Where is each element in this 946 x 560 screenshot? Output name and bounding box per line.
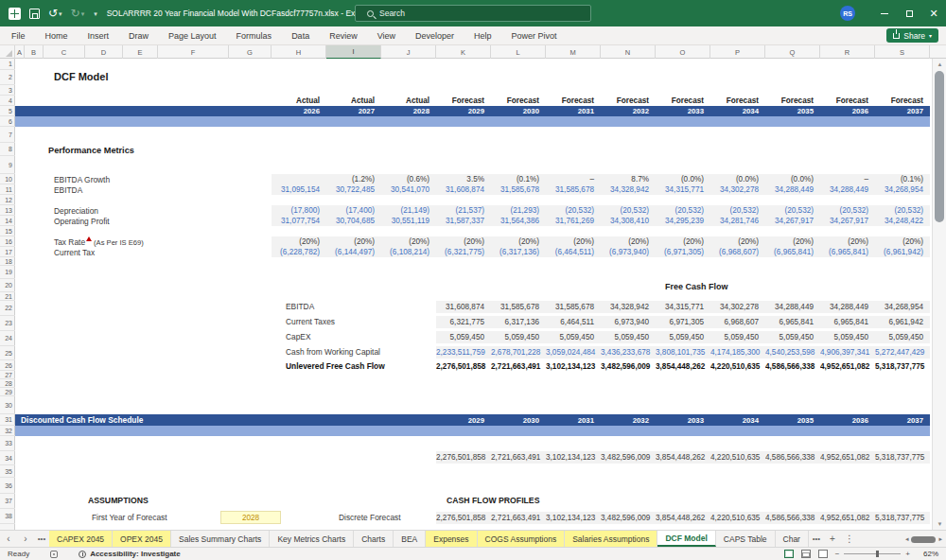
sheet-tab[interactable]: COGS Assumptions: [478, 531, 566, 547]
period-type-cell[interactable]: Forecast: [491, 96, 546, 105]
ribbon-tab[interactable]: Insert: [88, 31, 110, 41]
more-sheets-left-icon[interactable]: •••: [34, 531, 49, 547]
ribbon-tab[interactable]: Draw: [129, 31, 149, 41]
column-header[interactable]: Q: [765, 45, 820, 59]
data-cell[interactable]: (6,228,782): [272, 248, 326, 256]
data-cell[interactable]: (20%): [875, 237, 930, 246]
data-cell[interactable]: (6,968,607): [710, 248, 765, 256]
data-cell[interactable]: 34,302,278: [710, 185, 765, 194]
scroll-left-icon[interactable]: ◂: [905, 535, 909, 543]
column-header[interactable]: H: [272, 45, 326, 59]
data-cell[interactable]: 31,761,269: [546, 217, 601, 225]
year-cell[interactable]: 2028: [381, 107, 436, 115]
data-cell[interactable]: 3.5%: [436, 175, 491, 184]
column-header[interactable]: C: [44, 45, 85, 59]
data-cell[interactable]: 4,586,566,338: [765, 362, 820, 371]
data-cell[interactable]: 34,288,449: [820, 185, 875, 194]
data-cell[interactable]: 4,586,566,338: [765, 453, 820, 462]
ribbon-tab[interactable]: Help: [474, 31, 492, 41]
data-cell[interactable]: –: [546, 175, 601, 184]
row-header[interactable]: 12: [0, 195, 15, 205]
data-cell[interactable]: 5,318,737,775: [875, 362, 930, 371]
page-layout-view-icon[interactable]: [801, 550, 811, 558]
data-cell[interactable]: 30,551,119: [381, 217, 436, 225]
row-label[interactable]: Depreciation: [15, 206, 272, 216]
data-cell[interactable]: 34,267,917: [765, 217, 820, 225]
zoom-slider-handle[interactable]: [876, 551, 879, 557]
ribbon-tab[interactable]: Review: [329, 31, 358, 41]
data-cell[interactable]: 4,220,510,635: [710, 453, 765, 462]
year-cell[interactable]: 2033: [656, 416, 710, 425]
data-cell[interactable]: 34,315,771: [656, 185, 710, 194]
row-header[interactable]: 35: [0, 465, 15, 478]
data-cell[interactable]: 34,328,942: [601, 303, 656, 311]
free-cash-flow-heading[interactable]: Free Cash Flow: [665, 282, 728, 291]
horizontal-scrollbar[interactable]: ◂ ▸: [905, 533, 942, 546]
column-header[interactable]: J: [381, 45, 436, 59]
data-cell[interactable]: (6,321,775): [436, 248, 491, 256]
data-cell[interactable]: 2,721,663,491: [491, 362, 546, 371]
year-cell[interactable]: 2027: [326, 107, 381, 115]
data-cell[interactable]: (1.2%): [326, 175, 381, 184]
data-cell[interactable]: 6,317,136: [491, 318, 546, 326]
period-type-cell[interactable]: Forecast: [820, 96, 875, 105]
data-cell[interactable]: 2,276,501,858: [436, 362, 491, 371]
row-header[interactable]: 31: [0, 414, 15, 426]
row-header[interactable]: 26: [0, 360, 15, 371]
row-header[interactable]: 20: [0, 279, 15, 292]
period-type-cell[interactable]: Actual: [381, 96, 436, 105]
year-cell[interactable]: 2035: [765, 416, 820, 425]
period-type-cell[interactable]: Actual: [272, 96, 326, 105]
cash-flow-profiles-heading[interactable]: CASH FLOW PROFILES: [447, 496, 539, 505]
data-cell[interactable]: 3,854,448,262: [656, 362, 710, 371]
dcf-schedule-heading[interactable]: Discounted Cash Flow Schedule: [21, 414, 143, 426]
period-type-cell[interactable]: Actual: [326, 96, 381, 105]
data-cell[interactable]: 5,059,450: [875, 333, 930, 341]
qat-customize-icon[interactable]: ▾: [93, 10, 97, 17]
column-header[interactable]: N: [601, 45, 656, 59]
period-type-cell[interactable]: Forecast: [601, 96, 656, 105]
column-header[interactable]: M: [546, 45, 601, 59]
data-cell[interactable]: 5,059,450: [820, 333, 875, 341]
data-cell[interactable]: 3,482,596,009: [601, 453, 656, 462]
data-cell[interactable]: 30,704,685: [326, 217, 381, 225]
row-header[interactable]: 38: [0, 509, 15, 524]
year-cell[interactable]: 2030: [491, 107, 546, 115]
data-cell[interactable]: 6,968,607: [710, 318, 765, 326]
period-type-cell[interactable]: Forecast: [765, 96, 820, 105]
data-cell[interactable]: 31,585,678: [491, 303, 546, 311]
data-cell[interactable]: (6,973,940): [601, 248, 656, 256]
data-cell[interactable]: 34,308,410: [601, 217, 656, 225]
data-cell[interactable]: 6,464,511: [546, 318, 601, 326]
data-cell[interactable]: (6,965,841): [765, 248, 820, 256]
column-header[interactable]: L: [491, 45, 546, 59]
data-cell[interactable]: 2,721,663,491: [491, 453, 546, 462]
column-header[interactable]: A: [15, 45, 25, 59]
scroll-right-icon[interactable]: ▸: [938, 535, 942, 543]
data-cell[interactable]: 3,482,596,009: [601, 514, 656, 522]
assumptions-heading[interactable]: ASSUMPTIONS: [88, 496, 149, 505]
row-header[interactable]: 6: [0, 116, 15, 127]
ribbon-tab[interactable]: Formulas: [236, 31, 272, 41]
page-break-view-icon[interactable]: [818, 550, 828, 558]
data-cell[interactable]: (0.0%): [656, 175, 710, 184]
sheet-tab[interactable]: Salaries Assumptions: [565, 531, 657, 547]
data-cell[interactable]: 31,587,337: [436, 217, 491, 225]
ribbon-tab[interactable]: Power Pivot: [512, 31, 557, 41]
sheet-tab[interactable]: Char: [776, 531, 809, 547]
row-header[interactable]: 13: [0, 205, 15, 216]
year-cell[interactable]: 2034: [710, 107, 765, 115]
row-label[interactable]: Unlevered Free Cash Flow: [15, 360, 436, 371]
macro-record-icon[interactable]: [50, 551, 58, 558]
data-cell[interactable]: (6,971,305): [656, 248, 710, 256]
row-header[interactable]: 7: [0, 127, 15, 143]
data-cell[interactable]: 3,854,448,262: [656, 514, 710, 522]
data-cell[interactable]: (20%): [601, 237, 656, 246]
avatar[interactable]: RS: [840, 6, 855, 21]
data-cell[interactable]: (20%): [491, 237, 546, 246]
data-cell[interactable]: 6,321,775: [436, 318, 491, 326]
row-header[interactable]: 9: [0, 156, 15, 174]
data-cell[interactable]: 4,906,397,341: [820, 348, 875, 357]
column-header[interactable]: D: [85, 45, 123, 59]
data-cell[interactable]: (0.1%): [491, 175, 546, 184]
